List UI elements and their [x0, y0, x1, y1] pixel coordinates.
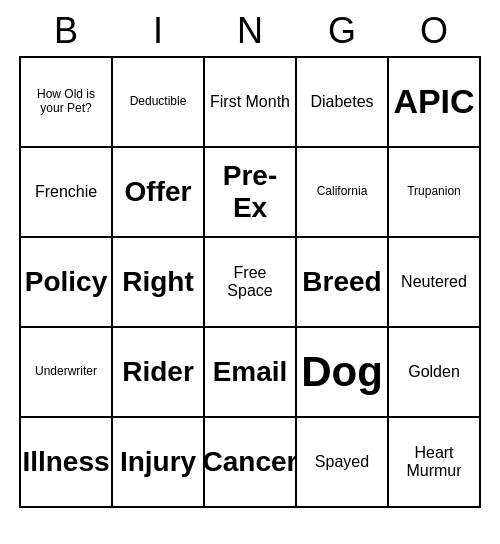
bingo-cell-r4-c2: Cancer: [205, 418, 297, 508]
bingo-cell-r2-c2: Free Space: [205, 238, 297, 328]
bingo-cell-r1-c4: Trupanion: [389, 148, 481, 238]
bingo-cell-r1-c2: Pre-Ex: [205, 148, 297, 238]
bingo-cell-r0-c4: APIC: [389, 58, 481, 148]
bingo-cell-r0-c1: Deductible: [113, 58, 205, 148]
bingo-cell-r2-c0: Policy: [21, 238, 113, 328]
bingo-cell-r4-c4: Heart Murmur: [389, 418, 481, 508]
bingo-cell-r1-c3: California: [297, 148, 389, 238]
header-letter: I: [112, 10, 204, 52]
bingo-cell-r3-c1: Rider: [113, 328, 205, 418]
bingo-cell-r1-c0: Frenchie: [21, 148, 113, 238]
bingo-cell-r3-c4: Golden: [389, 328, 481, 418]
bingo-cell-r0-c0: How Old is your Pet?: [21, 58, 113, 148]
bingo-cell-r0-c2: First Month: [205, 58, 297, 148]
bingo-cell-r4-c1: Injury: [113, 418, 205, 508]
bingo-cell-r2-c4: Neutered: [389, 238, 481, 328]
header-letter: G: [296, 10, 388, 52]
header-letter: B: [20, 10, 112, 52]
header-letter: N: [204, 10, 296, 52]
bingo-cell-r2-c3: Breed: [297, 238, 389, 328]
bingo-cell-r3-c3: Dog: [297, 328, 389, 418]
bingo-cell-r4-c3: Spayed: [297, 418, 389, 508]
bingo-cell-r3-c0: Underwriter: [21, 328, 113, 418]
bingo-cell-r4-c0: Illness: [21, 418, 113, 508]
header-letter: O: [388, 10, 480, 52]
bingo-cell-r1-c1: Offer: [113, 148, 205, 238]
bingo-cell-r3-c2: Email: [205, 328, 297, 418]
bingo-cell-r0-c3: Diabetes: [297, 58, 389, 148]
bingo-header: BINGO: [20, 10, 480, 52]
bingo-grid: How Old is your Pet?DeductibleFirst Mont…: [19, 56, 481, 508]
bingo-cell-r2-c1: Right: [113, 238, 205, 328]
